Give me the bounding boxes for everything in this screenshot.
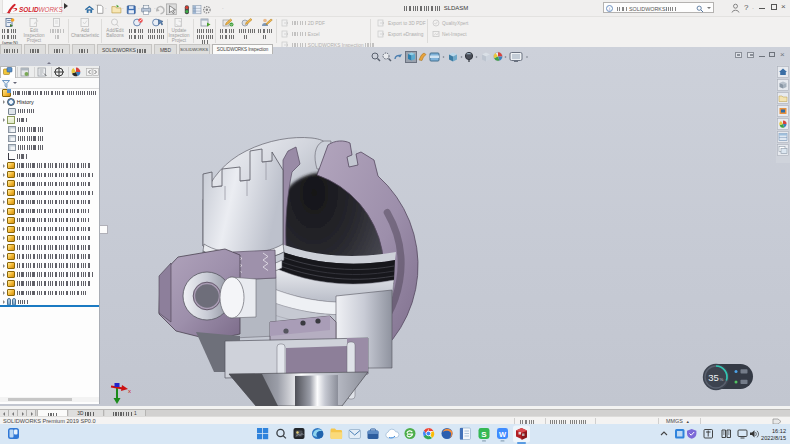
svg-text:S: S — [481, 430, 487, 439]
svg-text:2022/8/15: 2022/8/15 — [761, 435, 786, 441]
svg-text:35: 35 — [708, 372, 719, 383]
svg-text:%: % — [720, 377, 724, 382]
svg-text:WORKS: WORKS — [39, 6, 64, 13]
svg-text:x: x — [128, 388, 131, 394]
svg-text:W: W — [499, 430, 507, 439]
svg-text:SOLID: SOLID — [19, 6, 39, 13]
svg-text:16:12: 16:12 — [772, 428, 786, 434]
